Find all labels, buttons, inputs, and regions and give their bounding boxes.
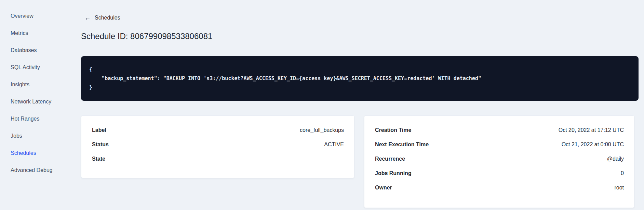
summary-row-label: Label core_full_backups xyxy=(92,124,344,138)
row-value: core_full_backups xyxy=(300,127,344,133)
row-label: Next Execution Time xyxy=(375,141,429,148)
row-label: Creation Time xyxy=(375,127,411,133)
back-link-label: Schedules xyxy=(95,15,120,21)
schedule-timing-card: Creation Time Oct 20, 2022 at 17:12 UTC … xyxy=(364,115,634,208)
schedule-statement-text: { "backup_statement": "BACKUP INTO 's3:/… xyxy=(89,65,630,92)
summary-row-status: Status ACTIVE xyxy=(92,138,344,153)
row-label: Owner xyxy=(375,185,392,191)
summary-row-creation-time: Creation Time Oct 20, 2022 at 17:12 UTC xyxy=(375,124,624,138)
schedule-summary-card: Label core_full_backups Status ACTIVE St… xyxy=(81,115,354,178)
sidebar-item-databases[interactable]: Databases xyxy=(11,42,81,59)
page-title: Schedule ID: 806799098533806081 xyxy=(81,31,639,42)
sidebar: Overview Metrics Databases SQL Activity … xyxy=(0,0,81,210)
row-value: 0 xyxy=(621,170,624,176)
sidebar-item-network-latency[interactable]: Network Latency xyxy=(11,93,81,110)
sidebar-item-advanced-debug[interactable]: Advanced Debug xyxy=(11,162,81,179)
summary-row-jobs-running: Jobs Running 0 xyxy=(375,167,624,182)
summary-row-recurrence: Recurrence @daily xyxy=(375,153,624,167)
row-label: State xyxy=(92,156,105,162)
row-value: Oct 20, 2022 at 17:12 UTC xyxy=(559,127,624,133)
row-value: ACTIVE xyxy=(324,141,344,148)
schedule-statement-code-block: { "backup_statement": "BACKUP INTO 's3:/… xyxy=(81,56,639,101)
left-arrow-icon: ← xyxy=(84,15,91,21)
row-label: Status xyxy=(92,141,109,148)
summary-row-owner: Owner root xyxy=(375,182,624,196)
summary-row-state: State xyxy=(92,153,344,167)
sidebar-item-sql-activity[interactable]: SQL Activity xyxy=(11,59,81,76)
row-label: Jobs Running xyxy=(375,170,412,176)
row-value: root xyxy=(614,185,624,191)
row-value: Oct 21, 2022 at 0:00 UTC xyxy=(562,141,624,148)
sidebar-item-metrics[interactable]: Metrics xyxy=(11,25,81,42)
sidebar-item-schedules[interactable]: Schedules xyxy=(11,145,81,162)
row-label: Recurrence xyxy=(375,156,405,162)
summary-cards: Label core_full_backups Status ACTIVE St… xyxy=(81,115,639,208)
sidebar-item-hot-ranges[interactable]: Hot Ranges xyxy=(11,110,81,127)
row-label: Label xyxy=(92,127,106,133)
row-value: @daily xyxy=(607,156,624,162)
sidebar-item-jobs[interactable]: Jobs xyxy=(11,127,81,145)
sidebar-item-insights[interactable]: Insights xyxy=(11,76,81,93)
back-to-schedules-link[interactable]: ← Schedules xyxy=(84,15,120,21)
sidebar-item-overview[interactable]: Overview xyxy=(11,8,81,25)
app-root: Overview Metrics Databases SQL Activity … xyxy=(0,0,644,210)
main-content: ← Schedules Schedule ID: 806799098533806… xyxy=(81,0,644,210)
summary-row-next-execution-time: Next Execution Time Oct 21, 2022 at 0:00… xyxy=(375,138,624,153)
